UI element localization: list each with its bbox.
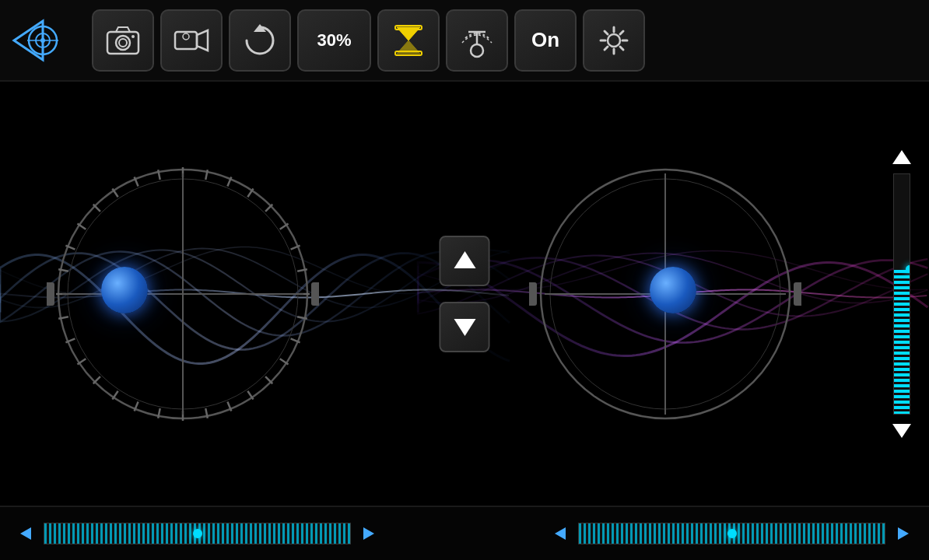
svg-rect-67 xyxy=(311,282,319,306)
svg-line-29 xyxy=(605,47,608,50)
logo xyxy=(8,9,78,72)
zoom-label: 30% xyxy=(317,30,351,51)
svg-marker-74 xyxy=(454,251,475,268)
photo-camera-button[interactable] xyxy=(92,9,154,72)
svg-marker-81 xyxy=(898,527,909,540)
left-slider-right-arrow[interactable] xyxy=(357,523,379,544)
svg-rect-73 xyxy=(794,282,801,306)
svg-marker-78 xyxy=(20,527,31,540)
svg-point-18 xyxy=(471,44,483,57)
left-slider-indicator xyxy=(193,529,202,538)
right-slider-left-arrow[interactable] xyxy=(550,523,572,544)
right-slider-indicator xyxy=(727,529,737,538)
up-button[interactable] xyxy=(440,236,490,286)
svg-point-12 xyxy=(183,33,189,40)
svg-rect-10 xyxy=(175,32,197,49)
toolbar: 30% On xyxy=(0,0,929,82)
right-vertical-slider xyxy=(890,146,913,442)
settings-button[interactable] xyxy=(583,9,645,72)
svg-line-27 xyxy=(620,47,623,50)
satellite-button[interactable] xyxy=(446,9,508,72)
slider-down-arrow[interactable] xyxy=(890,418,913,442)
power-label: On xyxy=(531,28,559,52)
svg-point-7 xyxy=(116,36,130,50)
svg-marker-77 xyxy=(892,424,911,438)
svg-marker-79 xyxy=(363,527,374,540)
svg-point-21 xyxy=(608,34,620,47)
zoom-button[interactable]: 30% xyxy=(297,9,371,72)
slider-vertical-track[interactable] xyxy=(893,173,910,415)
svg-marker-11 xyxy=(197,30,208,51)
video-camera-button[interactable] xyxy=(160,9,223,72)
svg-marker-75 xyxy=(454,319,475,336)
svg-line-26 xyxy=(605,31,608,34)
right-slider-section xyxy=(550,523,913,544)
left-joystick-ring xyxy=(47,158,319,430)
bottom-bar xyxy=(0,506,929,560)
svg-rect-72 xyxy=(529,282,537,306)
refresh-button[interactable] xyxy=(229,9,291,72)
joystick-right-ball[interactable] xyxy=(650,267,696,313)
power-button[interactable]: On xyxy=(514,9,577,72)
svg-point-9 xyxy=(131,35,135,38)
svg-line-28 xyxy=(620,31,623,34)
svg-marker-80 xyxy=(555,527,566,540)
joystick-left-ball[interactable] xyxy=(101,267,148,313)
svg-point-8 xyxy=(119,39,127,47)
slider-up-arrow[interactable] xyxy=(890,146,913,170)
down-button[interactable] xyxy=(440,302,490,352)
left-horizontal-track[interactable] xyxy=(44,523,351,544)
svg-rect-66 xyxy=(47,282,54,306)
right-horizontal-track[interactable] xyxy=(578,523,885,544)
center-controls xyxy=(440,236,490,352)
main-area xyxy=(0,82,929,506)
joystick-left[interactable] xyxy=(47,131,319,457)
right-slider-right-arrow[interactable] xyxy=(892,523,913,544)
timer-button[interactable] xyxy=(377,9,440,72)
left-slider-section xyxy=(16,523,379,544)
left-slider-left-arrow[interactable] xyxy=(16,523,37,544)
slider-vertical-indicator xyxy=(906,265,910,273)
svg-marker-76 xyxy=(892,150,911,164)
joystick-right[interactable] xyxy=(529,131,801,457)
slider-vertical-fill xyxy=(894,270,910,414)
